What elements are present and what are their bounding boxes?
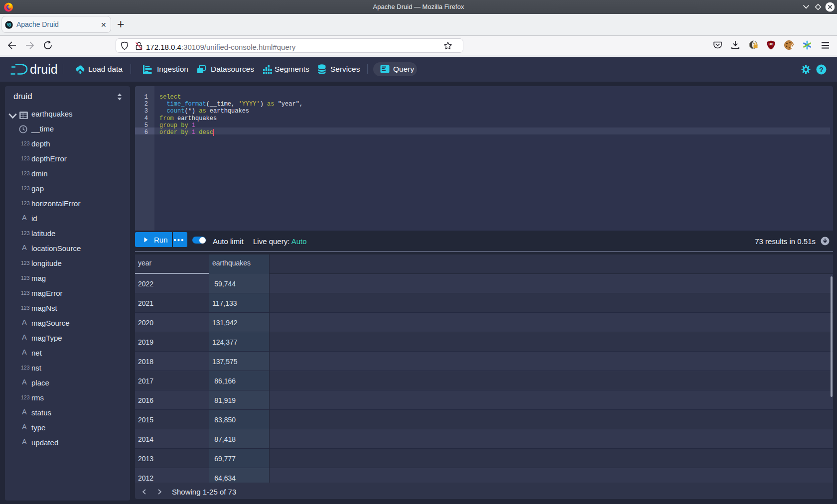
svg-text:UO: UO — [769, 42, 774, 46]
svg-text:?: ? — [819, 66, 824, 74]
